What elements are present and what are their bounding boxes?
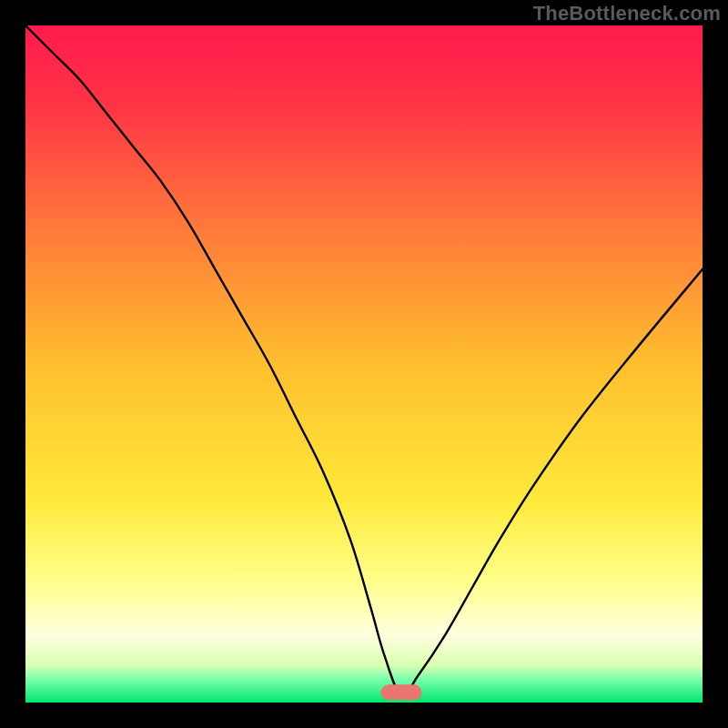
gradient-background (25, 25, 703, 703)
watermark-label: TheBottleneck.com (533, 2, 721, 25)
optimal-marker (381, 685, 421, 700)
chart-frame: { "watermark": "TheBottleneck.com", "col… (0, 0, 728, 728)
bottleneck-chart (0, 0, 728, 728)
